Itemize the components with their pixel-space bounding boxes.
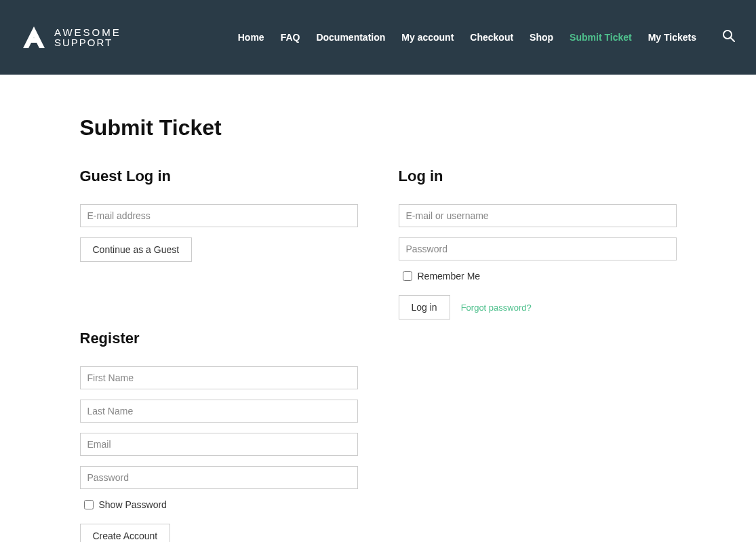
nav-checkout[interactable]: Checkout bbox=[470, 32, 513, 43]
login-password-input[interactable] bbox=[399, 237, 677, 260]
logo-text: AWESOME SUPPORT bbox=[54, 27, 121, 47]
nav: Home FAQ Documentation My account Checko… bbox=[238, 29, 736, 45]
nav-my-account[interactable]: My account bbox=[401, 32, 454, 43]
right-column: Log in Remember Me Log in Forgot passwor… bbox=[399, 168, 677, 542]
svg-point-0 bbox=[723, 31, 732, 39]
logo-text-bottom: SUPPORT bbox=[54, 37, 121, 47]
nav-my-tickets[interactable]: My Tickets bbox=[648, 32, 696, 43]
forgot-password-link[interactable]: Forgot password? bbox=[461, 303, 532, 313]
register-title: Register bbox=[80, 330, 358, 347]
left-column: Guest Log in Continue as a Guest Registe… bbox=[80, 168, 358, 542]
last-name-input[interactable] bbox=[80, 400, 358, 423]
nav-home[interactable]: Home bbox=[238, 32, 264, 43]
logo[interactable]: AWESOME SUPPORT bbox=[20, 24, 121, 51]
nav-faq[interactable]: FAQ bbox=[281, 32, 300, 43]
show-password-row[interactable]: Show Password bbox=[80, 499, 358, 510]
nav-submit-ticket[interactable]: Submit Ticket bbox=[570, 32, 632, 43]
continue-as-guest-button[interactable]: Continue as a Guest bbox=[80, 237, 193, 262]
columns: Guest Log in Continue as a Guest Registe… bbox=[80, 168, 677, 542]
login-actions: Log in Forgot password? bbox=[399, 295, 677, 320]
search-icon[interactable] bbox=[722, 29, 736, 45]
logo-icon bbox=[20, 24, 47, 51]
show-password-label: Show Password bbox=[99, 499, 167, 510]
login-email-input[interactable] bbox=[399, 204, 677, 227]
guest-login-title: Guest Log in bbox=[80, 168, 358, 185]
register-email-input[interactable] bbox=[80, 433, 358, 456]
login-title: Log in bbox=[399, 168, 677, 185]
remember-me-row[interactable]: Remember Me bbox=[399, 271, 677, 282]
nav-documentation[interactable]: Documentation bbox=[316, 32, 385, 43]
first-name-input[interactable] bbox=[80, 366, 358, 389]
remember-me-label: Remember Me bbox=[418, 271, 481, 282]
nav-shop[interactable]: Shop bbox=[530, 32, 553, 43]
logo-text-top: AWESOME bbox=[54, 27, 121, 37]
register-password-input[interactable] bbox=[80, 466, 358, 489]
content: Submit Ticket Guest Log in Continue as a… bbox=[66, 75, 690, 542]
remember-me-checkbox[interactable] bbox=[403, 271, 412, 281]
register-section: Register Show Password Create Account bbox=[80, 330, 358, 542]
svg-line-1 bbox=[731, 38, 734, 41]
show-password-checkbox[interactable] bbox=[84, 500, 94, 509]
login-button[interactable]: Log in bbox=[399, 295, 450, 320]
page-title: Submit Ticket bbox=[80, 115, 677, 140]
create-account-button[interactable]: Create Account bbox=[80, 524, 171, 542]
header: AWESOME SUPPORT Home FAQ Documentation M… bbox=[0, 0, 756, 75]
guest-email-input[interactable] bbox=[80, 204, 358, 227]
